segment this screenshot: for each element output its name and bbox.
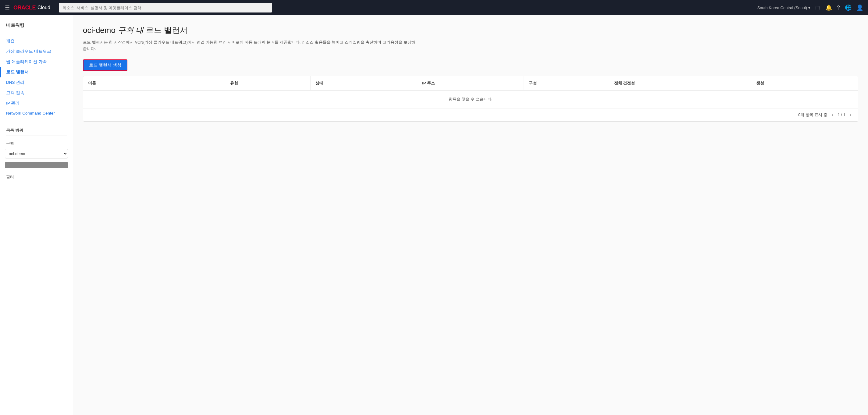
page-title-suffix: 로드 밸런서 xyxy=(146,26,188,35)
sidebar-item-ip[interactable]: IP 관리 xyxy=(0,98,73,108)
user-avatar-icon[interactable]: 👤 xyxy=(857,4,863,11)
help-icon[interactable]: ? xyxy=(837,5,840,11)
sidebar-item-overview[interactable]: 개요 xyxy=(0,36,73,46)
page-title: oci-demo 구획 내 로드 밸런서 xyxy=(83,25,858,36)
region-selector[interactable]: South Korea Central (Seoul) ▾ xyxy=(757,5,810,10)
sidebar-item-vcn[interactable]: 가상 클라우드 네트워크 xyxy=(0,46,73,57)
region-label: South Korea Central (Seoul) xyxy=(757,5,807,10)
page-title-prefix: oci-demo xyxy=(83,26,116,35)
lb-table: 이름 유형 상태 IP 주소 구성 전체 건전성 생성 항목을 찾을 수 없습니… xyxy=(83,76,858,122)
page-description: 로드 밸런서는 한 시작점에서 VCN(가상 클라우드 네트워크)에서 연결 가… xyxy=(83,39,418,52)
pagination-prev-button[interactable]: ‹ xyxy=(830,111,835,118)
sidebar-section-title: 네트워킹 xyxy=(0,23,73,32)
sidebar-apply-bar[interactable] xyxy=(5,162,68,168)
col-ip: IP 주소 xyxy=(417,76,524,90)
hamburger-menu[interactable]: ☰ xyxy=(5,4,10,11)
col-health: 전체 건전성 xyxy=(609,76,751,90)
sidebar-item-waf[interactable]: 웹 애플리케이션 가속 xyxy=(0,57,73,67)
col-status: 상태 xyxy=(311,76,417,90)
table-empty-message: 항목을 찾을 수 없습니다. xyxy=(83,91,858,108)
global-search xyxy=(59,3,272,12)
create-lb-button[interactable]: 로드 밸런서 생성 xyxy=(83,59,127,71)
cloud-shell-icon[interactable]: ⬚ xyxy=(815,4,820,11)
main-content: oci-demo 구획 내 로드 밸런서 로드 밸런서는 한 시작점에서 VCN… xyxy=(73,15,868,415)
filter-divider xyxy=(6,181,67,181)
cloud-wordmark: Cloud xyxy=(37,5,50,10)
pagination-next-button[interactable]: › xyxy=(848,111,853,118)
sidebar-item-lb[interactable]: 로드 밸런서 xyxy=(0,67,73,77)
sidebar-item-dns[interactable]: DNS 관리 xyxy=(0,77,73,88)
filter-label: 필터 xyxy=(0,171,73,181)
bell-icon[interactable]: 🔔 xyxy=(825,4,832,11)
sidebar-scope-section: 목록 범위 구획 oci-demo 필터 xyxy=(0,124,73,181)
globe-icon[interactable]: 🌐 xyxy=(845,4,851,11)
compartment-select[interactable]: oci-demo xyxy=(5,149,68,158)
sidebar-item-customer[interactable]: 고객 접속 xyxy=(0,88,73,98)
col-name: 이름 xyxy=(83,76,225,90)
search-input[interactable] xyxy=(59,3,272,12)
top-nav: ☰ ORACLE Cloud South Korea Central (Seou… xyxy=(0,0,868,15)
oracle-wordmark: ORACLE xyxy=(13,5,36,11)
compartment-label: 구획 xyxy=(0,139,73,148)
col-type: 유형 xyxy=(225,76,311,90)
table-footer: 0개 항목 표시 중 ‹ 1 / 1 › xyxy=(83,108,858,121)
items-count: 0개 항목 표시 중 xyxy=(798,112,828,118)
layout: 네트워킹 개요 가상 클라우드 네트워크 웹 애플리케이션 가속 로드 밸런서 … xyxy=(0,15,868,415)
region-caret-icon: ▾ xyxy=(808,5,810,10)
page-title-italic: 구획 내 xyxy=(118,26,146,35)
sidebar: 네트워킹 개요 가상 클라우드 네트워크 웹 애플리케이션 가속 로드 밸런서 … xyxy=(0,15,73,415)
table-header: 이름 유형 상태 IP 주소 구성 전체 건전성 생성 xyxy=(83,76,858,91)
sidebar-divider xyxy=(6,32,67,32)
col-created: 생성 xyxy=(751,76,858,90)
sidebar-item-ncc[interactable]: Network Command Center xyxy=(0,108,73,118)
sidebar-scope-title: 목록 범위 xyxy=(0,128,73,136)
pagination-text: 1 / 1 xyxy=(838,113,845,117)
nav-right: South Korea Central (Seoul) ▾ ⬚ 🔔 ? 🌐 👤 xyxy=(757,4,863,11)
oracle-logo: ORACLE Cloud xyxy=(13,5,50,11)
col-config: 구성 xyxy=(524,76,609,90)
